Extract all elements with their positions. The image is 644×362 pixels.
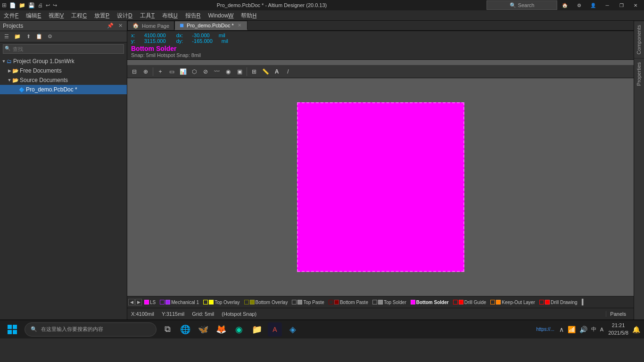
filter-button[interactable]: ⊟ [129,66,140,77]
tree-item-source[interactable]: ▼ 📂 Source Documents [0,75,127,85]
menu-edit[interactable]: 编辑E [22,10,45,21]
layer-top-solder[interactable]: Top Solder [371,298,408,306]
side-tab-components[interactable]: Components [634,21,644,58]
panel-close-button[interactable]: ✕ [117,22,124,29]
panel-settings-button[interactable]: ⚙ [45,33,55,41]
add-button[interactable]: + [155,66,165,77]
undo-icon[interactable]: ↩ [46,2,50,8]
via-button[interactable]: ◉ [223,66,233,77]
polygon-button[interactable]: ⬡ [189,66,199,77]
pcb-canvas[interactable] [127,78,634,296]
layer-drill-guide-checkbox[interactable] [453,300,458,304]
tree-item-pcb[interactable]: 🔷 Pro_demo.PcbDoc * [0,85,127,94]
rect-button[interactable]: ▭ [166,66,177,77]
measure-button[interactable]: 📏 [260,66,271,77]
layer-mechanical1[interactable]: Mechanical 1 [158,298,201,306]
menu-help[interactable]: 帮助H [237,10,260,21]
maximize-button[interactable]: ❐ [615,0,628,10]
layer-keepout-checkbox[interactable] [490,300,495,304]
layer-top-paste-checkbox[interactable] [292,300,297,304]
notification-icon[interactable]: 🔔 [632,326,640,333]
pad-button[interactable]: ▣ [234,66,245,77]
altium-icon[interactable]: A [268,322,282,337]
grid-button[interactable]: ⊞ [249,66,259,77]
layer-bottom-solder[interactable]: Bottom Solder [409,298,451,306]
panel-pin-button[interactable]: 📌 [106,22,115,29]
layer-bottom-paste[interactable]: Bottom Paste [327,298,370,306]
chart-button[interactable]: 📊 [178,66,188,77]
side-tab-properties[interactable]: Properties [634,58,644,90]
layer-bar-more[interactable]: ▍ [580,299,588,305]
redo-icon[interactable]: ↪ [53,2,57,8]
menu-view[interactable]: 视图V [45,10,67,21]
taskview-button[interactable]: ⧉ [160,322,174,337]
pcb-board[interactable] [297,102,464,272]
browser2-icon[interactable]: 🦋 [196,322,210,337]
layer-bottom-overlay[interactable]: Bottom Overlay [242,298,290,306]
edge-icon[interactable]: 🌐 [178,322,192,337]
close-button[interactable]: ✕ [629,0,642,10]
menu-file[interactable]: 文件F [0,10,22,21]
settings-icon[interactable]: ⚙ [572,0,586,10]
home-icon[interactable]: 🏠 [558,0,571,10]
menu-place[interactable]: 放置P [91,10,113,21]
app-menu-icon[interactable]: ⊞ [2,2,7,8]
menu-route[interactable]: 布线U [158,10,182,21]
layer-drill-drawing-checkbox[interactable] [539,300,544,304]
layer-drill-drawing[interactable]: Drill Drawing [537,298,579,306]
text-button[interactable]: A [272,66,282,77]
app6-icon[interactable]: ◈ [286,322,300,337]
tab-pcbdoc[interactable]: ◼ Pro_demo.PcbDoc * ✕ [174,21,248,30]
panel-up-button[interactable]: ⬆ [24,33,33,41]
layer-mechanical1-checkbox[interactable] [160,300,165,304]
tray-up-arrow[interactable]: ∧ [558,325,565,334]
menu-design[interactable]: 设计D [113,10,136,21]
layer-bottom-overlay-checkbox[interactable] [244,300,249,304]
panel-copy-button[interactable]: 📋 [34,33,44,41]
minimize-button[interactable]: ─ [601,0,614,10]
layer-keepout[interactable]: Keep-Out Layer [488,298,537,306]
panels-button[interactable]: Panels [606,311,630,317]
highlight-button[interactable]: ⊕ [140,66,151,77]
svg-rect-2 [8,330,12,334]
layer-top-overlay[interactable]: Top Overlay [201,298,241,306]
layer-ls[interactable]: LS [142,298,157,306]
layer-scroll-right[interactable]: ▶ [135,299,142,305]
search-bar[interactable]: 🔍 Search [487,0,557,10]
arc-button[interactable]: ⊘ [200,66,211,77]
app4-icon[interactable]: ◉ [232,322,246,337]
tree-item-free[interactable]: ▶ 📂 Free Documents [0,66,127,75]
tab-close-button[interactable]: ✕ [237,23,242,28]
user-icon[interactable]: 👤 [586,0,600,10]
toolbar-icon-2[interactable]: 📁 [19,2,25,8]
menu-project[interactable]: 工程C [67,10,91,21]
layer-top-solder-checkbox[interactable] [372,300,377,304]
start-button[interactable] [4,321,21,338]
toolbar-icon-1[interactable]: 📄 [9,2,16,8]
menu-window[interactable]: WindowW [204,10,237,21]
menu-reports[interactable]: 报告R [182,10,205,21]
taskbar-search[interactable]: 🔍 在这里输入你要搜索的内容 [25,322,157,337]
layer-top-paste[interactable]: Top Paste [290,298,326,306]
tray-keyboard-icon[interactable]: A [599,326,604,333]
panel-new-button[interactable]: ☰ [2,33,11,41]
panel-open-button[interactable]: 📁 [13,33,22,41]
layer-drill-guide[interactable]: Drill Guide [451,298,488,306]
clock-display[interactable]: 21:21 2021/5/8 [608,322,628,337]
tab-homepage[interactable]: 🏠 Home Page [127,21,174,30]
toolbar-icon-4[interactable]: 🖨 [38,2,43,8]
file-manager-icon[interactable]: 📁 [250,322,264,337]
layer-top-overlay-checkbox[interactable] [203,300,208,304]
line-button[interactable]: / [283,66,293,77]
tree-item-group[interactable]: ▼ 🗂 Project Group 1.DsnWrk [0,57,127,66]
tray-volume-icon[interactable]: 🔊 [578,325,588,334]
app3-icon[interactable]: 🦊 [214,322,228,337]
wave-button[interactable]: 〰 [212,66,222,77]
layer-scroll-left[interactable]: ◀ [128,299,135,305]
layer-bottom-paste-checkbox[interactable] [329,300,333,304]
search-input[interactable] [3,44,124,54]
tray-lang-icon[interactable]: 中 [590,325,597,334]
tray-network-icon[interactable]: 📶 [567,325,577,334]
toolbar-icon-3[interactable]: 💾 [28,2,35,8]
menu-tools[interactable]: 工具T [136,10,158,21]
